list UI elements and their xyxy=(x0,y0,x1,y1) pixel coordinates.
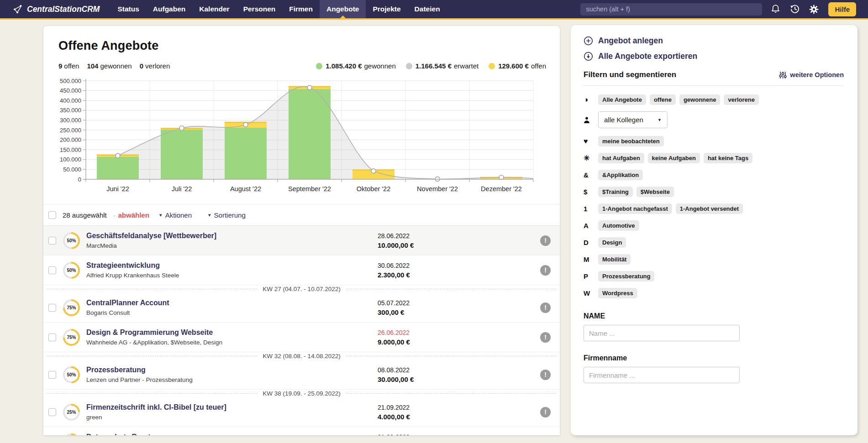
calendar-week-separator: KW 27 (04.07. - 10.07.2022) xyxy=(43,285,560,293)
filter-row: P Prozessberatung xyxy=(584,271,844,281)
help-button[interactable]: Hilfe xyxy=(828,2,856,16)
nav-item-kalender[interactable]: Kalender xyxy=(192,0,236,18)
export-offers-link[interactable]: Alle Angebote exportieren xyxy=(584,52,844,61)
filter-tag[interactable]: $Webseite xyxy=(637,187,674,197)
create-offer-link[interactable]: Angebot anlegen xyxy=(584,36,844,46)
offer-row[interactable]: 50% Prozessberatung Lenzen und Partner -… xyxy=(43,360,560,390)
chevron-down-icon: ▼ xyxy=(658,118,662,122)
offer-row[interactable]: 50% Geschäftsfeldanalyse [Wettbewerber] … xyxy=(43,226,560,255)
offer-date: 21.09.2022 xyxy=(378,433,533,436)
offer-title-link[interactable]: Datenschutz Beratung xyxy=(86,433,373,435)
filter-tag[interactable]: hat keine Tags xyxy=(704,153,752,163)
filter-tag[interactable]: Prozessberatung xyxy=(598,271,654,281)
asterisk-icon: ✳ xyxy=(584,153,594,163)
nav-item-firmen[interactable]: Firmen xyxy=(282,0,320,18)
filter-tag[interactable]: keine Aufgaben xyxy=(648,153,700,163)
filter-row: ◑ Alle Angeboteoffenegewonneneverlorene xyxy=(584,94,844,105)
progress-badge: 50% xyxy=(63,433,80,436)
deselect-link[interactable]: abwählen xyxy=(118,211,149,219)
nav-item-personen[interactable]: Personen xyxy=(237,0,283,18)
svg-text:450.000: 450.000 xyxy=(60,87,81,94)
legend-dot xyxy=(316,63,322,69)
filter-tag[interactable]: 1-Angebot nachgefasst xyxy=(598,203,672,214)
offer-title-link[interactable]: Strategieentwicklung xyxy=(86,261,373,270)
filter-tag[interactable]: Wordpress xyxy=(598,288,637,298)
filter-tag[interactable]: Alle Angebote xyxy=(598,94,646,105)
offer-row[interactable]: 75% Design & Programmierung Webseite Wah… xyxy=(43,323,560,352)
app-logo[interactable]: CentralStationCRM xyxy=(13,4,100,14)
offer-select-checkbox[interactable] xyxy=(48,266,56,274)
filter-tag[interactable]: Design xyxy=(598,237,626,248)
filter-tag[interactable]: gewonnene xyxy=(679,94,721,105)
overdue-warning-icon[interactable]: ! xyxy=(540,332,551,343)
offer-amount: 4.000,00 € xyxy=(378,413,533,421)
chart-legend: 1.085.420 €gewonnen1.166.545 €erwartet12… xyxy=(316,62,546,70)
filter-sidebar: Angebot anlegen Alle Angebote exportiere… xyxy=(571,25,857,435)
plus-circle-icon xyxy=(584,36,593,46)
offer-amount: 10.000,00 € xyxy=(378,241,533,249)
filter-title: Filtern und segmentieren xyxy=(584,70,676,79)
svg-text:November '22: November '22 xyxy=(417,185,458,193)
nav-item-dateien[interactable]: Dateien xyxy=(408,0,447,18)
filter-tag[interactable]: offene xyxy=(650,94,676,105)
overdue-warning-icon[interactable]: ! xyxy=(540,407,551,417)
more-options-link[interactable]: weitere Optionen xyxy=(779,71,844,79)
overdue-warning-icon[interactable]: ! xyxy=(540,235,551,246)
offer-title-link[interactable]: Geschäftsfeldanalyse [Wettbewerber] xyxy=(86,232,373,240)
actions-dropdown[interactable]: ▾ Aktionen xyxy=(159,211,192,219)
tag-group-letter: 1 xyxy=(584,203,594,214)
offer-select-checkbox[interactable] xyxy=(48,334,56,341)
navbar-right: Hilfe xyxy=(580,2,856,16)
nav-item-projekte[interactable]: Projekte xyxy=(366,0,407,18)
select-all-checkbox[interactable] xyxy=(48,211,56,219)
offer-title-link[interactable]: Firmenzeitschrift inkl. CI-Bibel [zu teu… xyxy=(86,403,373,412)
offer-amount: 30.000,00 € xyxy=(378,375,533,383)
name-label: NAME xyxy=(584,312,844,320)
tag-group-letter: A xyxy=(584,220,594,231)
filter-tag[interactable]: $Training xyxy=(598,187,633,197)
search-input[interactable] xyxy=(580,3,762,16)
filter-tag[interactable]: hat Aufgaben xyxy=(598,153,644,163)
stats-row: 9offen104gewonnen0verloren 1.085.420 €ge… xyxy=(58,62,546,70)
overdue-warning-icon[interactable]: ! xyxy=(540,265,551,276)
filter-tag[interactable]: &Applikation xyxy=(598,170,643,180)
legend-dot xyxy=(406,63,412,69)
filter-tag[interactable]: verlorene xyxy=(724,94,759,105)
offer-row[interactable]: 50% Datenschutz Beratung Müller Bau 21.0… xyxy=(43,427,560,435)
heart-icon: ♥ xyxy=(584,136,594,146)
offer-select-checkbox[interactable] xyxy=(48,237,56,245)
overdue-warning-icon[interactable]: ! xyxy=(540,370,551,380)
legend-offen: 129.600 €offen xyxy=(489,62,546,70)
colleague-select[interactable]: alle Kollegen▼ xyxy=(598,111,668,128)
company-filter-input[interactable] xyxy=(584,367,740,383)
offer-title-link[interactable]: Prozessberatung xyxy=(86,366,373,374)
offer-select-checkbox[interactable] xyxy=(48,371,56,379)
offer-company: Wahnheide AG - &Applikation, $Webseite, … xyxy=(86,339,373,346)
filter-tag[interactable]: meine beobachteten xyxy=(598,136,664,146)
offer-title-link[interactable]: CentralPlanner Account xyxy=(86,299,373,307)
offer-select-checkbox[interactable] xyxy=(48,304,56,312)
svg-text:250.000: 250.000 xyxy=(60,127,81,134)
filter-tag[interactable]: 1-Angebot versendet xyxy=(676,203,743,214)
sort-dropdown[interactable]: ▾ Sortierung xyxy=(208,211,246,219)
overdue-warning-icon[interactable]: ! xyxy=(540,302,551,313)
nav-item-aufgaben[interactable]: Aufgaben xyxy=(146,0,192,18)
tag-group-letter: $ xyxy=(584,187,594,197)
legend-dot xyxy=(489,63,495,69)
offer-select-checkbox[interactable] xyxy=(48,408,56,416)
offer-title-link[interactable]: Design & Programmierung Webseite xyxy=(86,328,373,337)
offer-amount: 2.300,00 € xyxy=(378,271,533,279)
filter-row: D Design xyxy=(584,237,844,248)
offer-row[interactable]: 25% Firmenzeitschrift inkl. CI-Bibel [zu… xyxy=(43,397,560,427)
offer-row[interactable]: 75% CentralPlanner Account Bogaris Consu… xyxy=(43,293,560,323)
person-icon xyxy=(584,115,594,125)
notifications-bell-icon[interactable] xyxy=(770,4,781,15)
history-icon[interactable] xyxy=(789,4,800,15)
filter-tag[interactable]: Mobilität xyxy=(598,254,631,265)
nav-item-status[interactable]: Status xyxy=(110,0,146,18)
filter-tag[interactable]: Automotive xyxy=(598,220,639,231)
settings-gear-icon[interactable] xyxy=(808,4,820,15)
name-filter-input[interactable] xyxy=(584,325,740,341)
nav-item-angebote[interactable]: Angebote xyxy=(320,0,366,18)
offer-row[interactable]: 50% Strategieentwicklung Alfried Krupp K… xyxy=(43,255,560,285)
